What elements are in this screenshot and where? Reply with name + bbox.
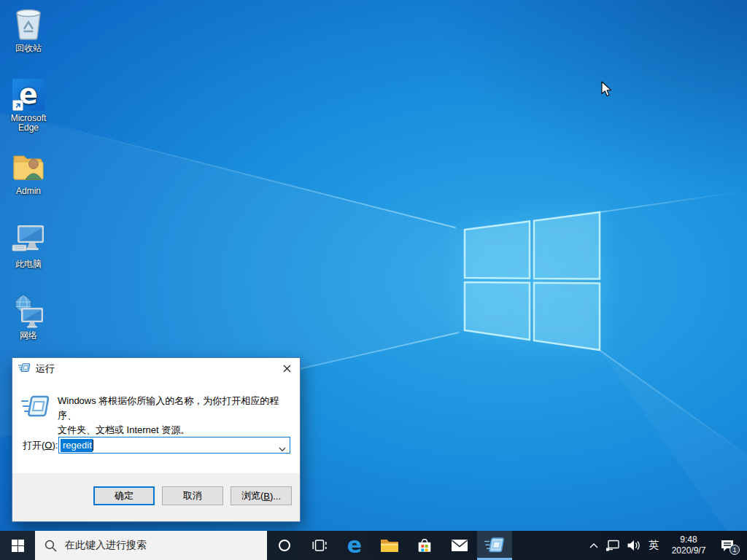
cortana-icon bbox=[278, 539, 291, 552]
open-combobox-input[interactable]: regedit bbox=[58, 437, 290, 454]
desktop-icon-label: 回收站 bbox=[15, 44, 42, 53]
desktop-icon-network[interactable]: 网络 bbox=[1, 292, 55, 341]
ok-button[interactable]: 确定 bbox=[93, 486, 155, 505]
desktop-icon-this-pc[interactable]: 此电脑 bbox=[1, 220, 55, 269]
cancel-button[interactable]: 取消 bbox=[162, 486, 223, 505]
edge-icon: e bbox=[347, 534, 362, 556]
taskbar-mail-button[interactable] bbox=[442, 531, 477, 560]
tray-ime-indicator[interactable]: 英 bbox=[643, 531, 664, 560]
desktop-icon-label: Microsoft Edge bbox=[1, 114, 55, 133]
search-icon bbox=[44, 540, 57, 552]
system-tray: 英 9:48 2020/9/7 1 bbox=[585, 531, 747, 560]
chevron-up-icon bbox=[589, 542, 598, 548]
taskbar-run-button-active[interactable] bbox=[477, 531, 512, 560]
taskbar-file-explorer-button[interactable] bbox=[372, 531, 407, 560]
tray-clock[interactable]: 9:48 2020/9/7 bbox=[664, 534, 713, 556]
run-window-icon bbox=[18, 362, 31, 376]
desktop-icon-label: 网络 bbox=[20, 331, 37, 341]
tray-network-button[interactable] bbox=[603, 531, 623, 560]
tray-date: 2020/9/7 bbox=[664, 545, 713, 556]
taskbar-store-button[interactable] bbox=[407, 531, 442, 560]
run-dialog-description: Windows 将根据你所输入的名称，为你打开相应的程序、 文件夹、文档或 In… bbox=[58, 394, 294, 438]
windows-logo-icon bbox=[12, 540, 24, 552]
selected-input-text: regedit bbox=[61, 439, 93, 452]
tray-time: 9:48 bbox=[664, 534, 713, 545]
close-button[interactable] bbox=[274, 358, 300, 379]
taskbar-edge-button[interactable]: e bbox=[337, 531, 372, 560]
start-button[interactable] bbox=[0, 531, 35, 560]
chevron-down-icon bbox=[279, 447, 286, 452]
desktop-icon-recycle-bin[interactable]: 回收站 bbox=[1, 4, 55, 53]
close-icon bbox=[283, 365, 291, 373]
combobox-dropdown-button[interactable] bbox=[279, 443, 286, 454]
task-view-icon bbox=[312, 539, 327, 552]
desktop-icon-admin-folder[interactable]: Admin bbox=[1, 147, 55, 196]
open-field-label: 打开(O): bbox=[23, 437, 58, 454]
windows-desktop: 回收站 e Microsoft Edge Admin bbox=[0, 0, 747, 560]
taskbar-cortana-button[interactable] bbox=[267, 531, 302, 560]
edge-icon: e bbox=[12, 74, 44, 111]
tray-volume-button[interactable] bbox=[623, 531, 643, 560]
network-icon bbox=[11, 292, 46, 328]
run-dialog: 运行 Windows 将根据你所输入的名称，为你打开相应的程序、 文件夹、文档或… bbox=[12, 357, 301, 522]
text-caret bbox=[93, 440, 93, 451]
desktop-icon-microsoft-edge[interactable]: e Microsoft Edge bbox=[1, 74, 55, 133]
microsoft-store-icon bbox=[416, 537, 433, 554]
recycle-bin-icon bbox=[12, 4, 44, 41]
browse-button[interactable]: 浏览(B)... bbox=[231, 486, 292, 505]
mail-icon bbox=[451, 539, 468, 552]
network-ethernet-icon bbox=[605, 540, 620, 552]
run-dialog-titlebar[interactable]: 运行 bbox=[12, 358, 300, 379]
file-explorer-icon bbox=[380, 537, 399, 553]
run-window-icon-large bbox=[21, 394, 50, 421]
notification-badge: 1 bbox=[729, 545, 740, 555]
computer-icon bbox=[11, 220, 46, 257]
tray-show-hidden-icons-button[interactable] bbox=[585, 531, 603, 560]
desktop-icon-label: Admin bbox=[16, 187, 41, 196]
taskbar: 在此键入进行搜索 e bbox=[0, 531, 747, 560]
run-dialog-title: 运行 bbox=[36, 362, 55, 376]
search-placeholder: 在此键入进行搜索 bbox=[65, 539, 147, 552]
user-folder-icon bbox=[11, 147, 46, 184]
mouse-cursor bbox=[601, 81, 613, 97]
run-dialog-footer: 确定 取消 浏览(B)... bbox=[12, 473, 300, 521]
action-center-button[interactable]: 1 bbox=[713, 531, 741, 560]
speaker-icon bbox=[627, 540, 640, 551]
desktop-icon-label: 此电脑 bbox=[15, 260, 42, 269]
run-window-icon bbox=[484, 537, 505, 554]
taskbar-task-view-button[interactable] bbox=[302, 531, 337, 560]
taskbar-search-input[interactable]: 在此键入进行搜索 bbox=[35, 531, 267, 560]
shortcut-arrow-icon bbox=[12, 100, 23, 111]
